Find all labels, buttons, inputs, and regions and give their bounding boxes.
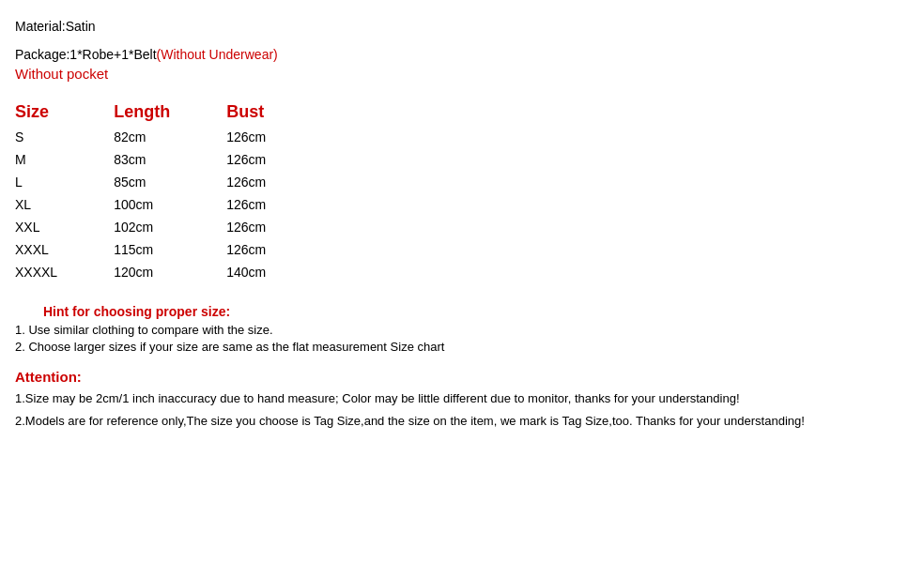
col-header-size: Size <box>15 99 114 126</box>
table-cell-1: 115cm <box>114 238 226 261</box>
table-cell-0: XXXL <box>15 238 114 261</box>
table-row: M83cm126cm <box>15 148 322 171</box>
size-table-header-row: Size Length Bust <box>15 99 322 126</box>
table-cell-1: 85cm <box>114 171 226 193</box>
table-row: S82cm126cm <box>15 126 322 148</box>
package-prefix: Package:1*Robe+1*Belt <box>15 47 157 62</box>
attention-item-1: 1.Size may be 2cm/1 inch inaccuracy due … <box>15 389 909 408</box>
package-line: Package:1*Robe+1*Belt(Without Underwear) <box>15 47 909 62</box>
table-cell-1: 83cm <box>114 148 226 171</box>
table-cell-1: 82cm <box>114 126 226 148</box>
hint-item-2: 2. Choose larger sizes if your size are … <box>15 340 909 354</box>
col-header-length: Length <box>114 99 226 126</box>
table-cell-1: 100cm <box>114 193 226 216</box>
hint-section: Hint for choosing proper size: 1. Use si… <box>15 304 909 354</box>
table-cell-2: 126cm <box>226 216 322 238</box>
table-cell-2: 126cm <box>226 238 322 261</box>
hint-title: Hint for choosing proper size: <box>15 304 909 319</box>
col-header-bust: Bust <box>226 99 322 126</box>
table-cell-1: 102cm <box>114 216 226 238</box>
package-suffix: (Without Underwear) <box>157 47 278 62</box>
table-cell-0: XXXXL <box>15 261 114 283</box>
table-row: XXXXL120cm140cm <box>15 261 322 283</box>
table-cell-2: 126cm <box>226 126 322 148</box>
attention-title: Attention: <box>15 369 909 385</box>
material-text: Material:Satin <box>15 19 96 34</box>
table-cell-2: 126cm <box>226 193 322 216</box>
table-cell-2: 126cm <box>226 171 322 193</box>
table-cell-1: 120cm <box>114 261 226 283</box>
table-cell-0: XXL <box>15 216 114 238</box>
table-row: XXXL115cm126cm <box>15 238 322 261</box>
without-pocket: Without pocket <box>15 66 909 82</box>
table-cell-0: S <box>15 126 114 148</box>
table-cell-0: M <box>15 148 114 171</box>
size-table: Size Length Bust S82cm126cmM83cm126cmL85… <box>15 99 322 283</box>
table-row: XL100cm126cm <box>15 193 322 216</box>
table-cell-0: L <box>15 171 114 193</box>
hint-item-1: 1. Use similar clothing to compare with … <box>15 323 909 337</box>
table-cell-2: 140cm <box>226 261 322 283</box>
table-cell-2: 126cm <box>226 148 322 171</box>
attention-item-2: 2.Models are for reference only,The size… <box>15 412 909 431</box>
material-line: Material:Satin <box>15 19 909 34</box>
table-cell-0: XL <box>15 193 114 216</box>
table-row: XXL102cm126cm <box>15 216 322 238</box>
attention-section: Attention: 1.Size may be 2cm/1 inch inac… <box>15 369 909 430</box>
table-row: L85cm126cm <box>15 171 322 193</box>
